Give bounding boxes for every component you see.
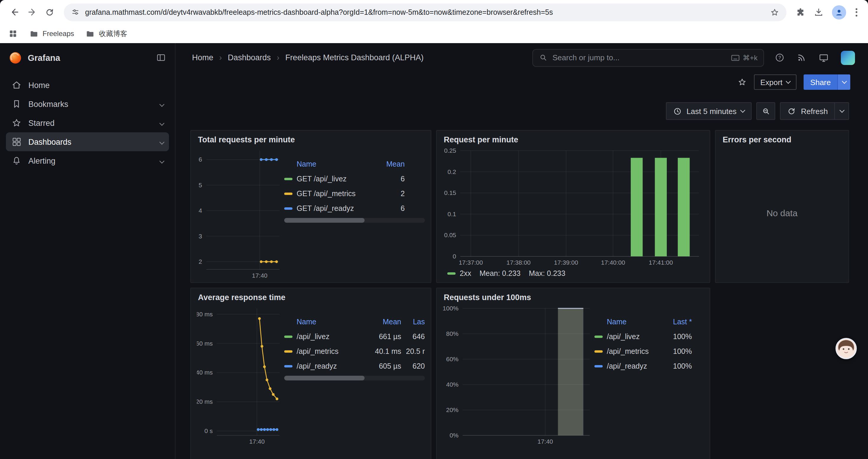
sidebar-item-alerting[interactable]: Alerting <box>6 151 169 170</box>
sidebar-item-dashboards[interactable]: Dashboards <box>6 132 169 151</box>
table-row[interactable]: GET /api/_metrics 2 <box>284 186 425 201</box>
extensions-icon[interactable] <box>796 7 805 17</box>
svg-text:4: 4 <box>198 207 202 214</box>
panel-title[interactable]: Errors per second <box>716 131 848 145</box>
bookmark-folder-freeleaps[interactable]: Freeleaps <box>30 29 74 38</box>
share-button[interactable]: Share <box>804 74 850 90</box>
zoom-out-button[interactable] <box>756 102 776 120</box>
monitor-icon[interactable] <box>818 52 829 63</box>
refresh-button[interactable]: Refresh <box>780 102 835 120</box>
chart-legend: 2xx Mean: 0.233 Max: 0.233 <box>442 267 704 280</box>
breadcrumb-dashboards[interactable]: Dashboards <box>228 53 271 62</box>
horizontal-scrollbar[interactable] <box>284 376 425 381</box>
series-mean: 40.1 ms <box>367 347 401 355</box>
scrollbar-thumb[interactable] <box>284 218 364 223</box>
panel-table: Name Mean GET /api/_livez 6 GET /api/_me… <box>284 145 425 280</box>
search-box[interactable]: ⌘+k <box>532 49 764 66</box>
sidebar: Grafana Home Bookmarks Starred <box>0 43 176 459</box>
bookmark-folder-blogs[interactable]: 收藏博客 <box>86 29 127 39</box>
table-row[interactable]: /api/_readyz 605 µs 620 <box>284 359 425 373</box>
table-header-mean[interactable]: Mean <box>374 160 405 168</box>
series-color-dash <box>594 350 603 352</box>
url-text[interactable]: grafana.mathmast.com/d/deytv4rwavabkb/fr… <box>85 8 765 16</box>
table-header-mean[interactable]: Mean <box>367 318 401 326</box>
avg-response-time-chart[interactable]: 0 s20 ms40 ms60 ms80 ms17:40 <box>197 303 284 446</box>
request-per-minute-chart[interactable]: 00.050.10.150.20.2517:37:0017:38:0017:39… <box>442 145 704 267</box>
news-rss-icon[interactable] <box>797 53 807 63</box>
svg-text:60 ms: 60 ms <box>197 340 213 347</box>
refresh-interval-button[interactable] <box>835 102 849 120</box>
collapse-sidebar-button[interactable] <box>156 53 166 63</box>
scrollbar-thumb[interactable] <box>284 376 364 381</box>
panel-title[interactable]: Requests under 100ms <box>437 288 710 303</box>
requests-under-100ms-chart[interactable]: 0%20%40%60%80%100%17:40 <box>442 303 594 446</box>
table-row[interactable]: GET /api/_livez 6 <box>284 171 425 186</box>
reload-button[interactable] <box>41 4 58 21</box>
table-row[interactable]: /api/_readyz 100% <box>594 359 704 373</box>
back-button[interactable] <box>6 4 23 21</box>
series-color-dash <box>594 365 603 367</box>
table-row[interactable]: /api/_livez 661 µs 646 <box>284 329 425 344</box>
table-header-name[interactable]: Name <box>284 318 367 326</box>
site-settings-icon[interactable] <box>71 8 80 17</box>
series-color-dash <box>284 365 292 367</box>
sidebar-nav: Home Bookmarks Starred Dashboards <box>0 72 175 174</box>
panel-title[interactable]: Total requests per minute <box>191 131 431 145</box>
favorite-star-icon[interactable] <box>737 77 747 87</box>
table-header: Name Mean <box>284 157 425 171</box>
sidebar-item-label: Dashboards <box>28 137 71 146</box>
help-icon[interactable]: ? <box>775 53 785 63</box>
sidebar-item-label: Starred <box>28 119 55 127</box>
legend-item[interactable]: 2xx <box>447 269 471 277</box>
table-header-name[interactable]: Name <box>594 318 665 326</box>
panel-title[interactable]: Request per minute <box>437 131 710 145</box>
panel-table: Name Last * /api/_livez 100% /api/_metri… <box>594 303 704 459</box>
time-range-picker[interactable]: Last 5 minutes <box>666 102 752 120</box>
series-name: /api/_metrics <box>297 347 339 355</box>
apps-grid-icon[interactable] <box>8 29 18 38</box>
svg-text:20 ms: 20 ms <box>197 398 213 405</box>
browser-menu-icon[interactable] <box>855 7 859 18</box>
table-row[interactable]: /api/_livez 100% <box>594 329 704 344</box>
legend-mean: Mean: 0.233 <box>479 269 521 277</box>
table-header-last[interactable]: Las <box>401 318 425 326</box>
sidebar-item-label: Bookmarks <box>28 100 68 108</box>
chevron-down-icon <box>786 79 791 84</box>
share-menu-button[interactable] <box>837 74 850 90</box>
search-input[interactable] <box>553 53 726 62</box>
svg-text:17:40: 17:40 <box>537 438 553 445</box>
panel-request-per-minute: Request per minute 00.050.10.150.20.2517… <box>436 130 710 283</box>
breadcrumb-home[interactable]: Home <box>192 53 213 62</box>
table-header-name[interactable]: Name <box>284 160 374 168</box>
reload-icon <box>45 7 54 17</box>
series-name: GET /api/_livez <box>297 174 346 183</box>
table-row[interactable]: GET /api/_readyz 6 <box>284 201 425 216</box>
bookmark-star-icon[interactable] <box>770 7 779 17</box>
floating-assistant-avatar[interactable] <box>836 338 857 359</box>
panel-title[interactable]: Average response time <box>191 288 431 303</box>
bookmark-icon <box>11 99 22 109</box>
svg-text:80 ms: 80 ms <box>197 311 213 318</box>
sidebar-item-starred[interactable]: Starred <box>6 113 169 132</box>
total-requests-chart[interactable]: 2345617:40 <box>197 145 284 280</box>
table-header-last[interactable]: Last * <box>665 318 692 326</box>
download-icon[interactable] <box>814 7 824 17</box>
svg-text:17:39:00: 17:39:00 <box>554 259 578 266</box>
table-row[interactable]: /api/_metrics 40.1 ms 20.5 r <box>284 344 425 359</box>
dashboard-area: Last 5 minutes Refresh <box>176 92 868 459</box>
sidebar-item-bookmarks[interactable]: Bookmarks <box>6 95 169 113</box>
forward-button[interactable] <box>24 4 40 21</box>
sidebar-item-home[interactable]: Home <box>6 76 169 95</box>
series-color-dash <box>284 207 292 209</box>
series-mean: 6 <box>374 204 405 212</box>
table-row[interactable]: /api/_metrics 100% <box>594 344 704 359</box>
bookmarks-bar: Freeleaps 收藏博客 <box>0 24 868 43</box>
chevron-down-icon <box>839 108 844 113</box>
url-bar[interactable]: grafana.mathmast.com/d/deytv4rwavabkb/fr… <box>64 3 786 21</box>
user-avatar[interactable] <box>841 51 855 65</box>
panel-average-response-time: Average response time 0 s20 ms40 ms60 ms… <box>190 288 431 459</box>
browser-profile-avatar[interactable] <box>832 5 846 19</box>
horizontal-scrollbar[interactable] <box>284 218 425 223</box>
grafana-logo[interactable] <box>9 51 22 64</box>
export-button[interactable]: Export <box>754 74 797 90</box>
